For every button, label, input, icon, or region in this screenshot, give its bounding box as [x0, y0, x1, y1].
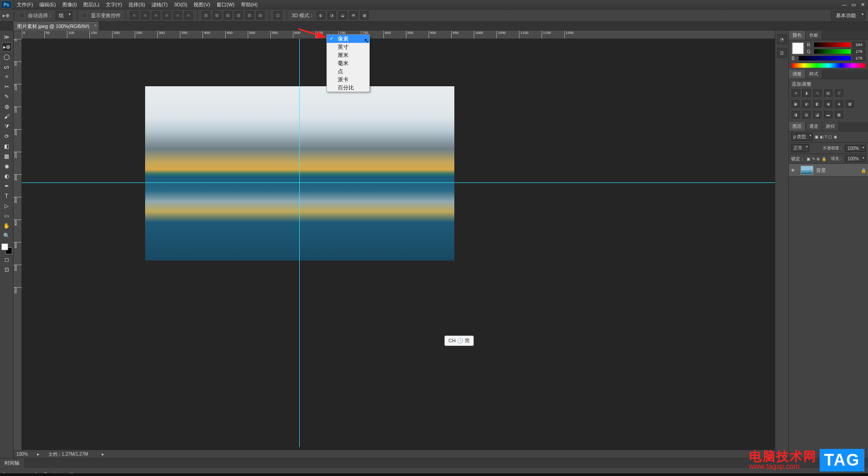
doc-tab[interactable]: 图片素材.jpeg @ 100%(RGB/8#) ×	[14, 22, 99, 31]
blur-tool[interactable]: ◉	[2, 162, 12, 171]
distribute-icon[interactable]: ⊞	[202, 11, 210, 19]
layer-kind-dropdown[interactable]: ρ 类型	[791, 133, 813, 141]
3d-mode-icon[interactable]: ◒	[339, 11, 347, 19]
align-icon[interactable]: ≡	[152, 11, 160, 19]
adj-bw-icon[interactable]: ◧	[813, 100, 821, 107]
adj-hue-icon[interactable]: ▣	[792, 100, 800, 107]
window-restore[interactable]: ▭	[849, 1, 858, 8]
3d-icon[interactable]: ⊡	[274, 11, 282, 19]
menu-window[interactable]: 窗口(W)	[213, 0, 238, 9]
adj-post-icon[interactable]: ▥	[802, 111, 811, 118]
collapse-icon[interactable]: ≫	[2, 33, 12, 42]
menu-edit[interactable]: 编辑(E)	[36, 0, 59, 9]
align-icon[interactable]: ≡	[174, 11, 182, 19]
auto-select-dropdown[interactable]: 组	[56, 11, 72, 20]
menu-layer[interactable]: 图层(L)	[80, 0, 102, 9]
menu-type[interactable]: 文字(Y)	[103, 0, 126, 9]
distribute-icon[interactable]: ⊞	[224, 11, 232, 19]
adjust-tab[interactable]: 调整	[789, 70, 806, 79]
wand-tool[interactable]: ✧	[2, 72, 12, 81]
adj-lookup-icon[interactable]: ▦	[846, 100, 854, 107]
zoom-tool[interactable]: 🔍	[2, 231, 12, 240]
layer-thumbnail[interactable]	[801, 166, 813, 175]
canvas-stage[interactable]	[22, 39, 775, 447]
3d-mode-icon[interactable]: ◑	[328, 11, 336, 19]
shape-tool[interactable]: ▭	[2, 211, 12, 220]
layer-lock-icon[interactable]: 🔒	[861, 168, 866, 173]
adj-bal-icon[interactable]: ◐	[802, 100, 811, 107]
menu-filter[interactable]: 滤镜(T)	[148, 0, 171, 9]
adj-curves-icon[interactable]: ∿	[813, 89, 821, 97]
brush-tool[interactable]: 🖌	[2, 112, 12, 121]
ruler-unit-option[interactable]: 英寸	[327, 43, 369, 51]
distribute-icon[interactable]: ⊞	[245, 11, 254, 19]
b-slider[interactable]	[799, 56, 851, 61]
layer-opacity[interactable]: 100%	[845, 145, 866, 152]
align-icon[interactable]: ≡	[163, 11, 171, 19]
timeline-tab[interactable]: 时间轴	[0, 458, 24, 468]
layer-row[interactable]: 👁 背景 🔒	[789, 164, 868, 177]
marquee-tool[interactable]: ◯	[2, 52, 12, 61]
g-slider[interactable]	[814, 49, 851, 54]
adj-photo-icon[interactable]: ◉	[824, 100, 832, 107]
window-close[interactable]: ✕	[858, 1, 867, 8]
adj-invert-icon[interactable]: ◨	[792, 111, 800, 118]
ruler-unit-option[interactable]: 点	[327, 67, 369, 75]
ruler-vertical[interactable]: 050100150200250300350400450500550	[14, 39, 22, 458]
guide-horizontal[interactable]	[22, 182, 775, 183]
menu-image[interactable]: 图像(I)	[59, 0, 80, 9]
layer-name[interactable]: 背景	[816, 167, 826, 174]
adj-thres-icon[interactable]: ◪	[813, 111, 821, 118]
ruler-unit-option[interactable]: 厘米	[327, 51, 369, 59]
align-icon[interactable]: ≡	[141, 11, 149, 19]
type-tool[interactable]: T	[2, 191, 12, 201]
ruler-unit-option[interactable]: 派卡	[327, 75, 369, 84]
color-spectrum[interactable]	[792, 63, 865, 68]
distribute-icon[interactable]: ⊞	[235, 11, 243, 19]
color-tab[interactable]: 颜色	[789, 31, 806, 40]
status-zoom[interactable]: 100%	[16, 452, 28, 457]
layers-tab[interactable]: 图层	[789, 122, 806, 131]
ruler-horizontal[interactable]: 0501001502002503003504004505005506006507…	[22, 31, 775, 39]
ruler-corner[interactable]	[14, 31, 22, 39]
menu-select[interactable]: 选择(S)	[125, 0, 148, 9]
color-swatches[interactable]	[1, 243, 12, 254]
distribute-icon[interactable]: ⊞	[256, 11, 264, 19]
gradient-tool[interactable]: ▦	[2, 152, 12, 161]
crop-tool[interactable]: ✂	[2, 82, 12, 91]
color-fg-swatch[interactable]	[792, 42, 804, 55]
adj-levels-icon[interactable]: ▮	[802, 89, 811, 97]
properties-panel-icon[interactable]: ☰	[777, 48, 787, 58]
3d-mode-icon[interactable]: ▣	[360, 11, 368, 19]
menu-view[interactable]: 视图(V)	[190, 0, 213, 9]
menu-file[interactable]: 文件(F)	[14, 0, 36, 9]
r-slider[interactable]	[814, 42, 851, 47]
history-tool[interactable]: ⟳	[2, 132, 12, 141]
guide-vertical[interactable]	[299, 39, 300, 447]
b-value[interactable]: 178	[853, 56, 865, 61]
swatches-tab[interactable]: 色板	[806, 31, 822, 40]
lasso-tool[interactable]: ᔕ	[2, 62, 12, 71]
ruler-unit-option[interactable]: 毫米	[327, 59, 369, 67]
layer-visibility-icon[interactable]: 👁	[791, 168, 798, 173]
align-icon[interactable]: ≡	[184, 11, 193, 19]
channels-tab[interactable]: 通道	[806, 122, 822, 131]
auto-select-checkbox[interactable]	[19, 13, 24, 18]
adj-grad-icon[interactable]: ▬	[824, 111, 832, 118]
3d-mode-icon[interactable]: ◐	[317, 11, 325, 19]
dodge-tool[interactable]: ◐	[2, 172, 12, 181]
styles-tab[interactable]: 样式	[806, 70, 822, 79]
screenmode-tool[interactable]: ⊡	[2, 265, 12, 274]
align-icon[interactable]: ≡	[130, 11, 138, 19]
r-value[interactable]: 184	[853, 42, 865, 47]
workspace-dropdown[interactable]: 基本功能	[831, 11, 865, 20]
menu-help[interactable]: 帮助(H)	[238, 0, 261, 9]
ruler-unit-option[interactable]: ✓像素	[327, 35, 369, 43]
hand-tool[interactable]: ✋	[2, 221, 12, 230]
layer-blend-dropdown[interactable]: 正常	[791, 144, 809, 152]
layer-fill[interactable]: 100%	[845, 155, 866, 162]
quickmask-tool[interactable]: ◻	[2, 255, 12, 264]
distribute-icon[interactable]: ⊞	[213, 11, 221, 19]
doc-tab-close-icon[interactable]: ×	[94, 23, 96, 28]
menu-3d[interactable]: 3D(D)	[171, 1, 190, 8]
